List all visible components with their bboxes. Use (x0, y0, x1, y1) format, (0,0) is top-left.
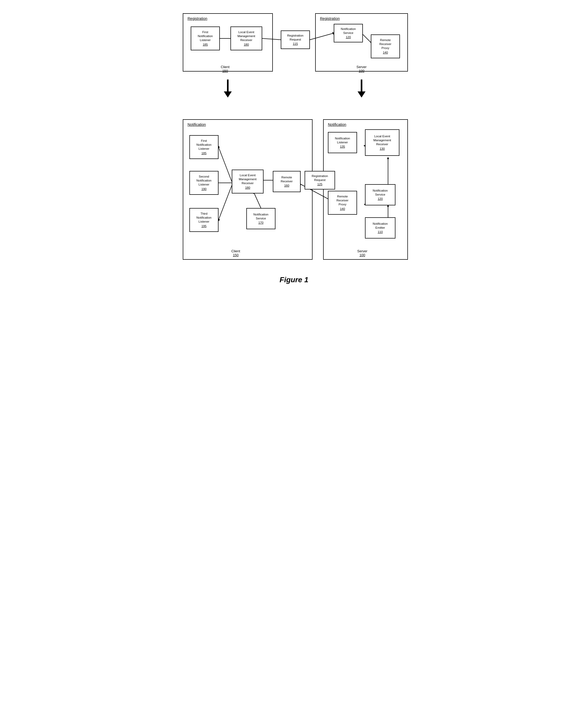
top-server-title: Registration (318, 15, 342, 22)
bottom-third-notification-listener: ThirdNotificationListener 195 (190, 208, 218, 232)
top-remote-receiver-proxy: RemoteReceiverProxy 140 (371, 34, 400, 58)
top-row: Registration Registration FirstNotificat… (175, 8, 413, 79)
bottom-remote-receiver-proxy: RemoteReceiverProxy 140 (328, 191, 357, 215)
bottom-local-event-mgmt-receiver: Local EventManagementReceiver 180 (232, 170, 263, 193)
bottom-second-notification-listener: SecondNotificationListener 190 (190, 171, 218, 195)
bottom-remote-receiver: RemoteReceiver 160 (273, 171, 301, 192)
bottom-notification-listener: NotificationListener 135 (328, 132, 357, 153)
diagram-container: Registration Registration FirstNotificat… (175, 8, 413, 284)
top-registration-request: RegistrationRequest 115 (281, 31, 310, 49)
bottom-notification-service-2: NotificationService 120 (365, 184, 395, 205)
bottom-notification-emitter: NotificationEmitter 110 (365, 217, 395, 238)
top-notification-service: NotificationService 120 (334, 24, 363, 42)
bottom-client-title: Notification (185, 121, 208, 128)
svg-marker-9 (224, 91, 232, 97)
bottom-registration-request: RegistrationRequest 125 (305, 171, 335, 190)
bottom-server-label: Server 100 (352, 249, 373, 257)
top-local-event-mgmt-receiver: Local EventManagementReceiver 180 (230, 27, 262, 50)
bottom-client-label: Client 150 (225, 249, 246, 257)
bottom-notification-service-client: NotificationService 170 (246, 208, 276, 229)
bottom-row: Notification Notification FirstNotificat… (175, 114, 413, 270)
between-svg (175, 79, 413, 98)
bottom-server-title: Notification (326, 121, 348, 128)
bottom-local-event-mgmt-receiver-2: Local EventManagementReceiver 130 (365, 129, 400, 156)
figure-label: Figure 1 (175, 276, 413, 284)
svg-marker-11 (358, 91, 366, 97)
top-first-notification-listener: FirstNotificationListener 185 (191, 27, 220, 50)
top-client-title: Registration (185, 15, 210, 22)
bottom-first-notification-listener: FirstNotificationListener 185 (190, 135, 218, 159)
top-client-label: Client 150 (215, 65, 236, 73)
top-server-label: Server 100 (351, 65, 372, 73)
between-arrows (175, 79, 413, 98)
